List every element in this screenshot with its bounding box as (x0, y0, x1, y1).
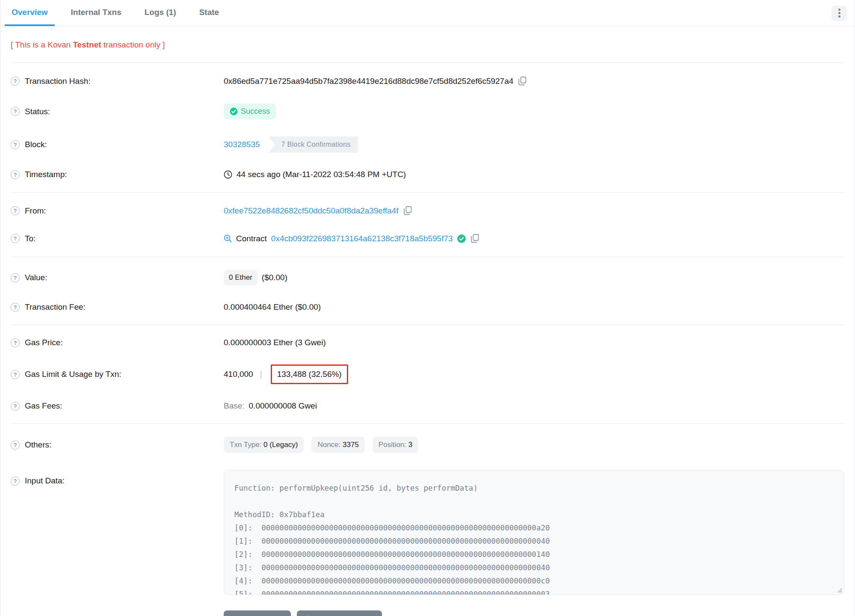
from-label: From: (25, 206, 46, 216)
usd-value: ($0.00) (262, 273, 287, 282)
kebab-icon (838, 9, 840, 18)
block-label: Block: (25, 140, 47, 149)
gas-limit-label: Gas Limit & Usage by Txn: (25, 370, 121, 379)
zoom-in-icon[interactable] (224, 234, 232, 243)
help-icon[interactable]: ? (11, 441, 20, 450)
view-input-as-button[interactable]: View Input As (224, 610, 291, 616)
gas-fees-base-value: 0.000000008 Gwei (249, 401, 317, 411)
gas-fees-label: Gas Fees: (25, 401, 62, 411)
status-value: Success (241, 107, 270, 116)
copy-to-button[interactable] (470, 233, 480, 244)
help-icon[interactable]: ? (11, 234, 20, 243)
notice-bold: Testnet (73, 40, 101, 49)
copy-hash-button[interactable] (518, 76, 527, 86)
gas-limit-value: 410,000 (224, 370, 253, 379)
group-parties: ? From: 0xfee7522e8482682cf50ddc50a0f8da… (0, 192, 855, 257)
row-others: ? Others: Txn Type: 0 (Legacy) Nonce: 33… (0, 428, 855, 462)
gas-price-value: 0.000000003 Ether (3 Gwei) (224, 338, 326, 347)
verified-contract-icon (457, 234, 466, 243)
to-label: To: (25, 234, 36, 243)
testnet-notice: [ This is a Kovan Testnet transaction on… (0, 27, 855, 50)
nonce-key: Nonce: (317, 441, 340, 449)
row-status: ? Status: Success (0, 95, 855, 128)
position-value: 3 (408, 441, 412, 449)
group-others: ? Others: Txn Type: 0 (Legacy) Nonce: 33… (0, 424, 855, 616)
group-value: ? Value: 0 Ether ($0.00) ? Transaction F… (0, 257, 855, 325)
transaction-fee-value: 0.000400464 Ether ($0.00) (224, 302, 321, 312)
group-summary: ? Transaction Hash: 0x86ed5a771e725aa94d… (0, 63, 855, 192)
to-kind: Contract (236, 234, 267, 243)
input-data-actions: View Input As Decode Input Data (224, 610, 855, 616)
value-label: Value: (25, 273, 47, 282)
nonce-value: 3375 (343, 441, 359, 449)
help-icon[interactable]: ? (11, 206, 20, 215)
txn-type-key: Txn Type: (230, 441, 261, 449)
notice-suffix: transaction only ] (101, 40, 165, 49)
tab-state[interactable]: State (192, 0, 226, 26)
input-data-box[interactable]: Function: performUpkeep(uint256 id, byte… (224, 470, 844, 595)
position-key: Position: (379, 441, 406, 449)
group-gas: ? Gas Price: 0.000000003 Ether (3 Gwei) … (0, 325, 855, 424)
help-icon[interactable]: ? (11, 402, 20, 411)
tab-internal-txns[interactable]: Internal Txns (64, 0, 128, 26)
transaction-overview-card: Overview Internal Txns Logs (1) State [ … (0, 0, 855, 616)
help-icon[interactable]: ? (11, 170, 20, 179)
transaction-hash-value: 0x86ed5a771e725aa94d5b7fa2398e4419e216d8… (224, 77, 513, 86)
clock-icon (224, 170, 232, 179)
help-icon[interactable]: ? (11, 273, 20, 282)
copy-icon (471, 234, 479, 243)
help-icon[interactable]: ? (11, 140, 20, 149)
row-transaction-fee: ? Transaction Fee: 0.000400464 Ether ($0… (0, 294, 855, 320)
block-confirmations-badge: 7 Block Confirmations (269, 136, 358, 153)
help-icon[interactable]: ? (11, 303, 20, 312)
row-gas-fees: ? Gas Fees: Base: 0.000000008 Gwei (0, 393, 855, 419)
txn-type-value: 0 (Legacy) (263, 441, 298, 449)
row-block: ? Block: 30328535 7 Block Confirmations (0, 128, 855, 161)
resize-grip-icon[interactable] (836, 587, 842, 593)
ether-value-badge: 0 Ether (224, 270, 257, 285)
help-icon[interactable]: ? (11, 370, 20, 379)
tab-overview[interactable]: Overview (5, 0, 55, 26)
input-data-code: Function: performUpkeep(uint256 id, byte… (224, 471, 844, 595)
decode-input-data-button[interactable]: Decode Input Data (297, 610, 382, 616)
help-icon[interactable]: ? (11, 107, 20, 116)
gas-usage-value: 133,488 (32.56%) (277, 370, 342, 379)
input-data-label: Input Data: (25, 476, 65, 486)
row-input-data: ? Input Data: Function: performUpkeep(ui… (0, 462, 855, 604)
notice-prefix: [ This is a Kovan (11, 40, 73, 49)
row-timestamp: ? Timestamp: 44 secs ago (Mar-11-2022 03… (0, 161, 855, 188)
timestamp-label: Timestamp: (25, 170, 67, 179)
annotation-highlight-box: 133,488 (32.56%) (271, 364, 348, 384)
status-badge: Success (224, 104, 276, 119)
gas-fees-base-label: Base: (224, 401, 245, 411)
status-label: Status: (25, 107, 50, 116)
to-address-link[interactable]: 0x4cb093f226983713164a62138c3f718a5b595f… (271, 234, 453, 243)
block-number-link[interactable]: 30328535 (224, 140, 260, 149)
row-gas-price: ? Gas Price: 0.000000003 Ether (3 Gwei) (0, 329, 855, 356)
transaction-hash-label: Transaction Hash: (25, 77, 90, 86)
tab-bar: Overview Internal Txns Logs (1) State (0, 0, 855, 27)
timestamp-value: 44 secs ago (Mar-11-2022 03:54:48 PM +UT… (237, 170, 406, 179)
copy-from-button[interactable] (403, 205, 413, 216)
help-icon[interactable]: ? (11, 77, 20, 86)
gas-limit-separator: | (257, 370, 265, 379)
help-icon[interactable]: ? (11, 338, 20, 347)
row-to: ? To: Contract 0x4cb093f226983713164a621… (0, 225, 855, 252)
row-transaction-hash: ? Transaction Hash: 0x86ed5a771e725aa94d… (0, 67, 855, 95)
from-address-link[interactable]: 0xfee7522e8482682cf50ddc50a0f8da2a39effa… (224, 206, 399, 216)
nonce-badge: Nonce: 3375 (311, 437, 364, 453)
more-options-button[interactable] (831, 6, 847, 21)
copy-icon (404, 206, 412, 215)
row-value: ? Value: 0 Ether ($0.00) (0, 261, 855, 294)
gas-price-label: Gas Price: (25, 338, 63, 347)
tab-logs[interactable]: Logs (1) (138, 0, 183, 26)
row-from: ? From: 0xfee7522e8482682cf50ddc50a0f8da… (0, 197, 855, 225)
row-gas-limit-usage: ? Gas Limit & Usage by Txn: 410,000 | 13… (0, 356, 855, 393)
others-label: Others: (25, 440, 51, 450)
txn-type-badge: Txn Type: 0 (Legacy) (224, 437, 304, 453)
transaction-fee-label: Transaction Fee: (25, 302, 86, 312)
position-badge: Position: 3 (373, 437, 418, 453)
success-check-icon (230, 107, 238, 116)
help-icon[interactable]: ? (11, 477, 20, 486)
copy-icon (518, 77, 527, 86)
